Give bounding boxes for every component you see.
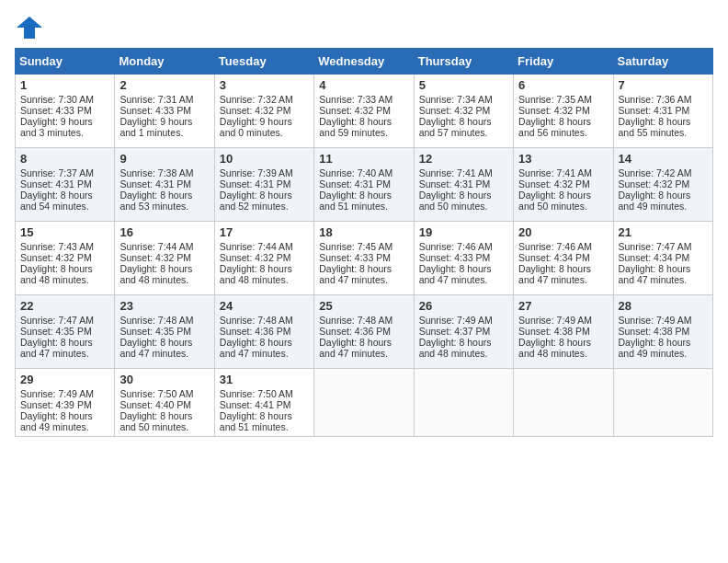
sunrise-text: Sunrise: 7:46 AM [419,241,508,252]
sunrise-text: Sunrise: 7:46 AM [518,241,608,252]
daylight-text: Daylight: 8 hours and 49 minutes. [20,410,109,432]
calendar-cell: 24Sunrise: 7:48 AMSunset: 4:36 PMDayligh… [214,295,313,369]
calendar-cell: 23Sunrise: 7:48 AMSunset: 4:35 PMDayligh… [115,295,214,369]
day-number: 15 [20,225,109,239]
calendar-cell [414,369,513,437]
sunset-text: Sunset: 4:32 PM [20,252,109,263]
sunset-text: Sunset: 4:33 PM [20,105,109,116]
calendar-cell: 9Sunrise: 7:38 AMSunset: 4:31 PMDaylight… [115,148,214,222]
calendar-cell: 10Sunrise: 7:39 AMSunset: 4:31 PMDayligh… [214,148,313,222]
day-number: 29 [20,373,109,386]
sunset-text: Sunset: 4:31 PM [20,178,109,190]
sunset-text: Sunset: 4:31 PM [419,178,508,190]
day-number: 16 [119,225,209,239]
sunrise-text: Sunrise: 7:43 AM [20,241,109,252]
calendar-cell: 19Sunrise: 7:46 AMSunset: 4:33 PMDayligh… [414,222,513,295]
sunrise-text: Sunrise: 7:49 AM [419,315,508,326]
sunrise-text: Sunrise: 7:44 AM [220,241,309,252]
daylight-text: Daylight: 8 hours and 47 minutes. [419,263,508,285]
daylight-text: Daylight: 8 hours and 48 minutes. [119,263,209,285]
calendar-week-row: 29Sunrise: 7:49 AMSunset: 4:39 PMDayligh… [16,369,713,437]
sunset-text: Sunset: 4:32 PM [119,252,209,263]
sunset-text: Sunset: 4:32 PM [518,178,608,190]
calendar-cell: 13Sunrise: 7:41 AMSunset: 4:32 PMDayligh… [514,148,613,222]
sunset-text: Sunset: 4:35 PM [20,326,109,337]
sunrise-text: Sunrise: 7:39 AM [220,167,309,178]
daylight-text: Daylight: 8 hours and 51 minutes. [319,190,408,212]
calendar-cell: 14Sunrise: 7:42 AMSunset: 4:32 PMDayligh… [613,148,712,222]
day-number: 23 [119,299,209,313]
sunrise-text: Sunrise: 7:49 AM [518,315,608,326]
daylight-text: Daylight: 8 hours and 57 minutes. [419,116,508,138]
sunset-text: Sunset: 4:37 PM [419,326,508,337]
calendar-week-row: 1Sunrise: 7:30 AMSunset: 4:33 PMDaylight… [16,75,713,148]
sunset-text: Sunset: 4:38 PM [619,326,708,337]
sunset-text: Sunset: 4:33 PM [319,252,408,263]
column-header-thursday: Thursday [414,49,513,75]
sunrise-text: Sunrise: 7:40 AM [319,167,408,178]
daylight-text: Daylight: 8 hours and 50 minutes. [419,190,508,212]
day-number: 20 [518,225,608,239]
daylight-text: Daylight: 8 hours and 47 minutes. [619,263,708,285]
sunrise-text: Sunrise: 7:49 AM [20,388,109,399]
day-number: 17 [220,225,309,239]
day-number: 10 [220,152,309,166]
sunset-text: Sunset: 4:36 PM [220,326,309,337]
calendar-cell: 22Sunrise: 7:47 AMSunset: 4:35 PMDayligh… [16,295,115,369]
calendar-week-row: 15Sunrise: 7:43 AMSunset: 4:32 PMDayligh… [16,222,713,295]
daylight-text: Daylight: 8 hours and 54 minutes. [20,190,109,212]
sunrise-text: Sunrise: 7:35 AM [518,94,608,105]
sunset-text: Sunset: 4:35 PM [119,326,209,337]
daylight-text: Daylight: 8 hours and 51 minutes. [220,410,309,432]
day-number: 9 [119,152,209,166]
sunrise-text: Sunrise: 7:49 AM [619,315,708,326]
sunrise-text: Sunrise: 7:42 AM [619,167,708,178]
calendar-table: SundayMondayTuesdayWednesdayThursdayFrid… [15,48,713,437]
sunrise-text: Sunrise: 7:50 AM [119,388,209,399]
sunset-text: Sunset: 4:34 PM [619,252,708,263]
daylight-text: Daylight: 8 hours and 47 minutes. [119,337,209,359]
day-number: 14 [619,152,708,166]
column-header-sunday: Sunday [16,49,115,75]
sunrise-text: Sunrise: 7:48 AM [319,315,408,326]
day-number: 25 [319,299,408,313]
sunrise-text: Sunrise: 7:50 AM [220,388,309,399]
sunset-text: Sunset: 4:31 PM [619,105,708,116]
daylight-text: Daylight: 9 hours and 3 minutes. [20,116,109,138]
day-number: 24 [220,299,309,313]
daylight-text: Daylight: 8 hours and 52 minutes. [220,190,309,212]
calendar-cell: 5Sunrise: 7:34 AMSunset: 4:32 PMDaylight… [414,75,513,148]
calendar-cell: 17Sunrise: 7:44 AMSunset: 4:32 PMDayligh… [214,222,313,295]
logo [15,15,46,40]
sunset-text: Sunset: 4:38 PM [518,326,608,337]
sunset-text: Sunset: 4:33 PM [119,105,209,116]
day-number: 4 [319,78,408,92]
sunrise-text: Sunrise: 7:48 AM [220,315,309,326]
sunrise-text: Sunrise: 7:37 AM [20,167,109,178]
calendar-cell: 30Sunrise: 7:50 AMSunset: 4:40 PMDayligh… [115,369,214,437]
calendar-cell: 18Sunrise: 7:45 AMSunset: 4:33 PMDayligh… [314,222,414,295]
daylight-text: Daylight: 8 hours and 49 minutes. [619,337,708,359]
day-number: 11 [319,152,408,166]
daylight-text: Daylight: 8 hours and 47 minutes. [518,263,608,285]
calendar-cell: 11Sunrise: 7:40 AMSunset: 4:31 PMDayligh… [314,148,414,222]
sunrise-text: Sunrise: 7:30 AM [20,94,109,105]
daylight-text: Daylight: 8 hours and 59 minutes. [319,116,408,138]
sunrise-text: Sunrise: 7:41 AM [518,167,608,178]
calendar-cell: 26Sunrise: 7:49 AMSunset: 4:37 PMDayligh… [414,295,513,369]
daylight-text: Daylight: 8 hours and 50 minutes. [518,190,608,212]
daylight-text: Daylight: 8 hours and 48 minutes. [518,337,608,359]
calendar-cell [314,369,414,437]
daylight-text: Daylight: 8 hours and 48 minutes. [220,263,309,285]
day-number: 12 [419,152,508,166]
calendar-cell: 12Sunrise: 7:41 AMSunset: 4:31 PMDayligh… [414,148,513,222]
calendar-cell [514,369,613,437]
calendar-cell: 8Sunrise: 7:37 AMSunset: 4:31 PMDaylight… [16,148,115,222]
sunrise-text: Sunrise: 7:33 AM [319,94,408,105]
day-number: 30 [119,373,209,386]
day-number: 21 [619,225,708,239]
daylight-text: Daylight: 8 hours and 47 minutes. [319,337,408,359]
calendar-cell: 2Sunrise: 7:31 AMSunset: 4:33 PMDaylight… [115,75,214,148]
calendar-cell: 15Sunrise: 7:43 AMSunset: 4:32 PMDayligh… [16,222,115,295]
sunset-text: Sunset: 4:40 PM [119,399,209,410]
